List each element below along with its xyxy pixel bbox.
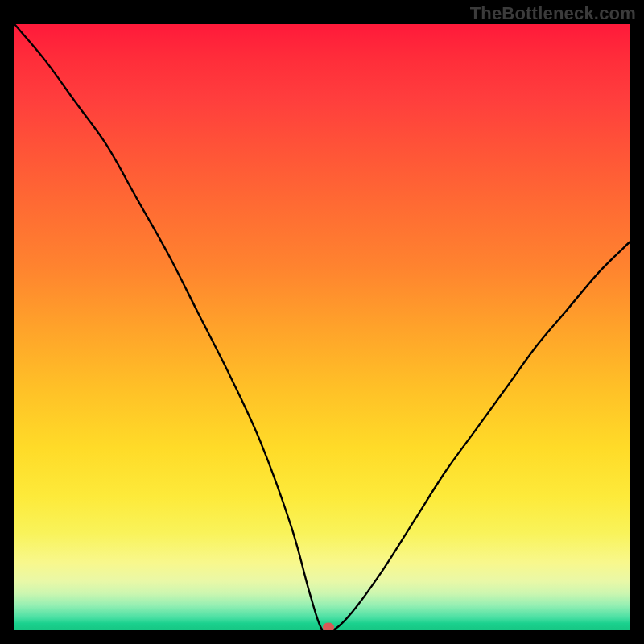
optimum-marker [323, 623, 334, 630]
chart-frame: TheBottleneck.com [0, 0, 644, 644]
bottleneck-curve [14, 24, 630, 630]
plot-area [14, 24, 630, 630]
watermark-text: TheBottleneck.com [470, 3, 636, 24]
